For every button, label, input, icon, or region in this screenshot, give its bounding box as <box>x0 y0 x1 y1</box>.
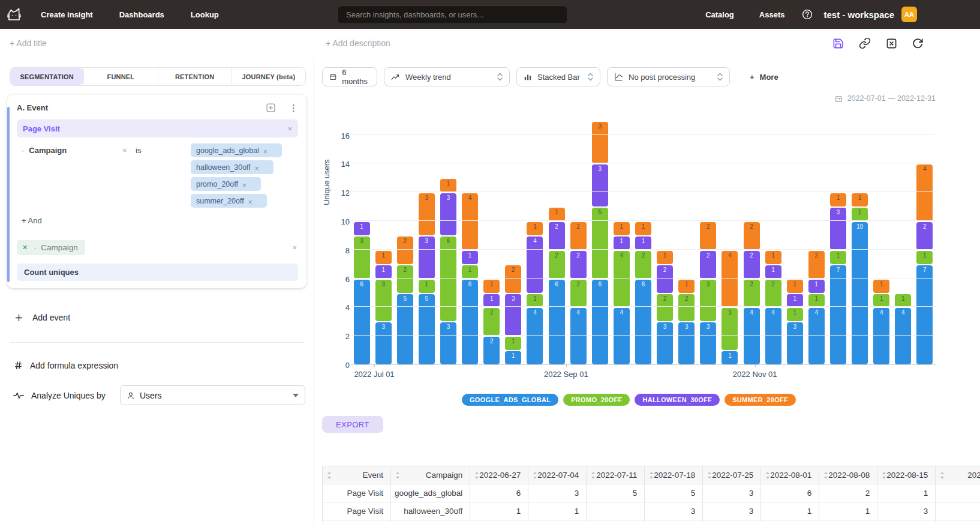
aggregation-row[interactable]: Count uniques <box>17 264 298 281</box>
nav-catalog[interactable]: Catalog <box>693 10 747 19</box>
bar-segment-summer_20off[interactable]: 1 <box>678 280 695 293</box>
bar-segment-google_ads_global[interactable]: 6 <box>354 280 370 364</box>
stacked-bar[interactable]: 4211 <box>765 251 781 364</box>
remove-value-icon[interactable]: × <box>255 162 268 172</box>
bar-segment-halloween_30off[interactable]: 3 <box>419 236 435 279</box>
bar-segment-halloween_30off[interactable]: 3 <box>830 208 846 250</box>
bar-segment-promo_20off[interactable]: 1 <box>462 265 478 279</box>
stacked-bar[interactable]: 522 <box>397 236 413 364</box>
bar-segment-google_ads_global[interactable]: 4 <box>873 308 889 364</box>
stacked-bar[interactable]: 1011 <box>852 193 868 364</box>
analyze-by-select[interactable]: Users <box>120 385 305 405</box>
workspace-name[interactable]: test - workspace <box>823 10 894 20</box>
nav-create-insight[interactable]: Create insight <box>28 10 106 19</box>
more-button[interactable]: +More <box>750 73 778 82</box>
stacked-bar[interactable]: 6114 <box>462 193 478 364</box>
date-range-button[interactable]: 6 months <box>322 67 377 86</box>
bar-segment-promo_20off[interactable]: 2 <box>765 280 781 307</box>
table-column-header[interactable]: 2022-08-15 <box>877 466 936 484</box>
stacked-bar[interactable]: 7124 <box>916 164 933 364</box>
bar-segment-promo_20off[interactable]: 2 <box>397 265 413 293</box>
bar-segment-promo_20off[interactable]: 4 <box>614 251 630 307</box>
bar-segment-google_ads_global[interactable]: 3 <box>375 322 392 364</box>
bar-segment-google_ads_global[interactable]: 4 <box>808 308 825 364</box>
bar-segment-summer_20off[interactable]: 2 <box>700 222 716 250</box>
remove-value-icon[interactable]: × <box>242 179 255 189</box>
bar-segment-halloween_30off[interactable]: 1 <box>614 236 630 250</box>
bar-segment-promo_20off[interactable]: 3 <box>375 280 392 322</box>
bar-segment-summer_20off[interactable]: 1 <box>483 280 500 293</box>
stacked-bar[interactable]: 3631 <box>440 179 456 364</box>
bar-segment-halloween_30off[interactable]: 1 <box>375 265 392 279</box>
bar-segment-summer_20off[interactable]: 1 <box>549 208 565 221</box>
bar-segment-summer_20off[interactable]: 1 <box>830 193 846 206</box>
table-column-header[interactable]: 2022-07-11 <box>587 466 645 484</box>
bar-segment-promo_20off[interactable]: 2 <box>635 251 651 279</box>
event-menu-icon[interactable]: ⋮ <box>289 103 298 112</box>
bar-segment-summer_20off[interactable]: 1 <box>873 280 889 293</box>
bar-segment-promo_20off[interactable]: 5 <box>592 208 608 279</box>
bar-segment-promo_20off[interactable]: 1 <box>527 294 543 307</box>
bar-segment-google_ads_global[interactable]: 4 <box>765 308 781 364</box>
bar-segment-summer_20off[interactable]: 1 <box>614 222 630 235</box>
filter-value-chip[interactable]: halloween_30off× <box>191 160 273 174</box>
bar-segment-google_ads_global[interactable]: 3 <box>787 322 803 364</box>
table-column-header[interactable]: 2022-07-18 <box>645 466 703 484</box>
bar-segment-google_ads_global[interactable]: 6 <box>549 280 565 364</box>
bar-segment-summer_20off[interactable]: 1 <box>440 179 456 192</box>
bar-segment-promo_20off[interactable]: 1 <box>895 294 911 307</box>
bar-segment-google_ads_global[interactable]: 4 <box>614 308 630 364</box>
bar-segment-summer_20off[interactable]: 1 <box>852 193 868 206</box>
bar-segment-summer_20off[interactable]: 1 <box>765 251 781 264</box>
legend-pill-promo_20off[interactable]: PROMO_20OFF <box>563 394 630 406</box>
bar-segment-halloween_30off[interactable]: 3 <box>592 164 608 206</box>
search-input[interactable] <box>337 5 568 24</box>
bar-segment-halloween_30off[interactable]: 1 <box>635 236 651 250</box>
bar-segment-summer_20off[interactable]: 4 <box>462 193 478 250</box>
bar-segment-google_ads_global[interactable]: 2 <box>483 337 500 364</box>
bar-segment-promo_20off[interactable]: 1 <box>419 280 435 293</box>
tab-segmentation[interactable]: SEGMENTATION <box>10 68 83 85</box>
bar-segment-google_ads_global[interactable]: 5 <box>397 294 413 365</box>
bar-segment-google_ads_global[interactable]: 4 <box>570 308 587 364</box>
filter-value-chip[interactable]: google_ads_global× <box>191 143 282 157</box>
remove-breakdown-row-icon[interactable]: × <box>292 244 297 251</box>
nav-dashboards[interactable]: Dashboards <box>106 10 178 19</box>
bar-segment-promo_20off[interactable]: 1 <box>808 294 825 307</box>
add-and-condition[interactable]: + And <box>22 216 306 225</box>
remove-filter-icon[interactable]: × <box>122 143 136 154</box>
bar-segment-summer_20off[interactable]: 4 <box>722 251 738 307</box>
bar-segment-promo_20off[interactable]: 1 <box>787 308 803 321</box>
filter-operator[interactable]: is <box>136 143 148 155</box>
stacked-bar[interactable]: 411 <box>873 280 889 364</box>
bar-segment-summer_20off[interactable]: 3 <box>419 193 435 235</box>
help-icon[interactable] <box>802 9 813 20</box>
table-column-header[interactable]: 2022-07-04 <box>528 466 587 484</box>
bar-segment-google_ads_global[interactable]: 3 <box>440 322 456 364</box>
bar-segment-halloween_30off[interactable]: 1 <box>354 222 370 235</box>
avatar[interactable]: AA <box>901 7 917 22</box>
bar-segment-promo_20off[interactable]: 1 <box>505 337 521 350</box>
bar-segment-halloween_30off[interactable]: 2 <box>657 265 673 293</box>
bar-segment-google_ads_global[interactable]: 7 <box>916 265 933 364</box>
bar-segment-google_ads_global[interactable]: 6 <box>462 280 478 364</box>
table-column-header[interactable]: 2022-08-22 <box>936 466 980 484</box>
bar-segment-halloween_30off[interactable]: 2 <box>549 222 565 250</box>
export-button[interactable]: EXPORT <box>322 416 383 433</box>
legend-pill-summer_20off[interactable]: SUMMER_20OFF <box>725 394 796 406</box>
stacked-bar[interactable]: 6211 <box>635 222 651 364</box>
bar-segment-google_ads_global[interactable]: 4 <box>895 308 911 364</box>
table-column-header[interactable]: 2022-07-25 <box>703 466 761 484</box>
bar-segment-promo_20off[interactable]: 3 <box>722 308 738 350</box>
stacked-bar[interactable]: 321 <box>678 280 695 364</box>
bar-segment-google_ads_global[interactable]: 6 <box>592 280 608 364</box>
bar-segment-summer_20off[interactable]: 4 <box>916 164 933 221</box>
bar-segment-halloween_30off[interactable]: 2 <box>744 251 760 279</box>
nav-lookup[interactable]: Lookup <box>178 10 232 19</box>
bar-segment-halloween_30off[interactable]: 2 <box>700 251 716 279</box>
bar-segment-promo_20off[interactable]: 3 <box>354 236 370 279</box>
bar-segment-google_ads_global[interactable]: 7 <box>830 265 846 364</box>
add-formula-button[interactable]: Add formula expression <box>13 360 314 370</box>
remove-value-icon[interactable]: × <box>263 145 276 155</box>
post-processing-select[interactable]: No post processing <box>607 67 730 86</box>
